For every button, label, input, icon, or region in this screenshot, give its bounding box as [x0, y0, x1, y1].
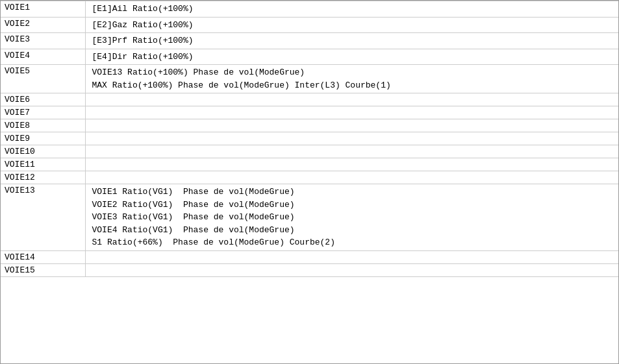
table-row: VOIE9 — [1, 132, 618, 145]
voie-label: VOIE7 — [1, 106, 85, 119]
voie-label: VOIE13 — [1, 184, 85, 251]
voie-content — [85, 106, 618, 119]
voie-label: VOIE9 — [1, 132, 85, 145]
voie-content — [85, 119, 618, 132]
voie-label: VOIE12 — [1, 171, 85, 184]
voie-label: VOIE8 — [1, 119, 85, 132]
content-line: MAX Ratio(+100%) Phase de vol(ModeGrue) … — [92, 79, 615, 92]
content-line: VOIE13 Ratio(+100%) Phase de vol(ModeGru… — [92, 66, 615, 79]
content-line: VOIE4 Ratio(VG1) Phase de vol(ModeGrue) — [92, 224, 615, 237]
table-row: VOIE4[E4]Dir Ratio(+100%) — [1, 49, 618, 65]
table-row: VOIE2[E2]Gaz Ratio(+100%) — [1, 17, 618, 33]
voie-label: VOIE6 — [1, 93, 85, 106]
content-line: S1 Ratio(+66%) Phase de vol(ModeGrue) Co… — [92, 236, 615, 249]
table-row: VOIE1[E1]Ail Ratio(+100%) — [1, 1, 618, 18]
voie-label: VOIE1 — [1, 1, 85, 18]
content-line: [E3]Prf Ratio(+100%) — [92, 34, 615, 47]
voie-content — [85, 158, 618, 171]
voie-content — [85, 263, 618, 276]
voie-content — [85, 250, 618, 263]
content-line: VOIE3 Ratio(VG1) Phase de vol(ModeGrue) — [92, 211, 615, 224]
voie-label: VOIE3 — [1, 33, 85, 49]
content-line: [E2]Gaz Ratio(+100%) — [92, 19, 615, 32]
table-row: VOIE15 — [1, 263, 618, 276]
content-line: VOIE2 Ratio(VG1) Phase de vol(ModeGrue) — [92, 199, 615, 212]
table-row: VOIE8 — [1, 119, 618, 132]
table-row: VOIE5VOIE13 Ratio(+100%) Phase de vol(Mo… — [1, 65, 618, 93]
voie-label: VOIE10 — [1, 145, 85, 158]
voie-table: VOIE1[E1]Ail Ratio(+100%)VOIE2[E2]Gaz Ra… — [1, 1, 618, 277]
table-row: VOIE3[E3]Prf Ratio(+100%) — [1, 33, 618, 49]
voie-content: VOIE13 Ratio(+100%) Phase de vol(ModeGru… — [85, 65, 618, 93]
voie-label: VOIE5 — [1, 65, 85, 93]
content-line: VOIE1 Ratio(VG1) Phase de vol(ModeGrue) — [92, 186, 615, 199]
voie-content — [85, 171, 618, 184]
voie-content — [85, 145, 618, 158]
voie-content: [E3]Prf Ratio(+100%) — [85, 33, 618, 49]
voie-label: VOIE15 — [1, 263, 85, 276]
table-row: VOIE10 — [1, 145, 618, 158]
table-row: VOIE14 — [1, 250, 618, 263]
voie-label: VOIE11 — [1, 158, 85, 171]
voie-content — [85, 132, 618, 145]
voie-content: VOIE1 Ratio(VG1) Phase de vol(ModeGrue)V… — [85, 184, 618, 251]
voie-label: VOIE4 — [1, 49, 85, 65]
table-row: VOIE12 — [1, 171, 618, 184]
voie-content: [E1]Ail Ratio(+100%) — [85, 1, 618, 18]
voie-label: VOIE2 — [1, 17, 85, 33]
voie-content — [85, 93, 618, 106]
table-row: VOIE7 — [1, 106, 618, 119]
table-row: VOIE6 — [1, 93, 618, 106]
table-row: VOIE11 — [1, 158, 618, 171]
table-row: VOIE13VOIE1 Ratio(VG1) Phase de vol(Mode… — [1, 184, 618, 251]
voie-content: [E4]Dir Ratio(+100%) — [85, 49, 618, 65]
content-line: [E1]Ail Ratio(+100%) — [92, 3, 615, 16]
content-line: [E4]Dir Ratio(+100%) — [92, 51, 615, 64]
voie-content: [E2]Gaz Ratio(+100%) — [85, 17, 618, 33]
voie-label: VOIE14 — [1, 250, 85, 263]
main-container: VOIE1[E1]Ail Ratio(+100%)VOIE2[E2]Gaz Ra… — [0, 0, 619, 364]
